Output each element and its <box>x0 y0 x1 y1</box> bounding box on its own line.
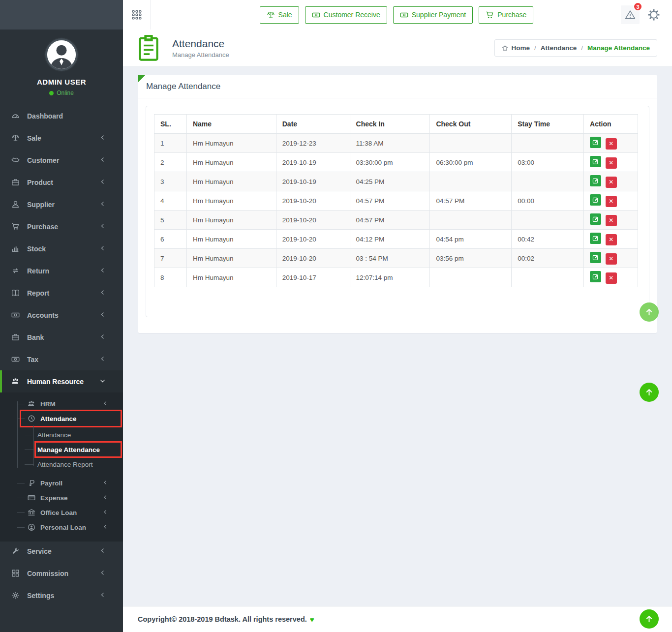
edit-button[interactable] <box>590 271 601 282</box>
bar-chart-icon <box>11 244 20 253</box>
submenu-item-expense[interactable]: Expense <box>0 490 123 505</box>
sidebar-item-sale[interactable]: Sale <box>0 127 123 149</box>
book-icon <box>11 289 20 297</box>
column-header-sl: SL. <box>154 115 187 134</box>
sidebar-toggle-button[interactable] <box>123 0 151 30</box>
breadcrumb-attendance-link[interactable]: Attendance <box>541 44 577 52</box>
breadcrumb: Home / Attendance / Manage Attendance <box>494 39 657 57</box>
chevron-left-icon <box>101 480 109 485</box>
table-row: 1 Hm Humayun 2019-12-23 11:38 AM ✕ <box>154 134 638 153</box>
delete-button[interactable]: ✕ <box>606 177 617 188</box>
chevron-left-icon <box>98 267 107 273</box>
sidebar-item-label: Human Resource <box>27 378 84 386</box>
submenu-item-manage-attendance[interactable]: Manage Attendance <box>0 442 123 457</box>
sidebar-item-product[interactable]: Product <box>0 171 123 193</box>
cell-date: 2019-10-20 <box>276 230 350 249</box>
edit-icon <box>592 235 599 241</box>
cell-stay-time: 00:00 <box>512 191 584 211</box>
submenu-item-personal-loan[interactable]: Personal Loan <box>0 520 123 535</box>
settings-button[interactable] <box>644 5 663 24</box>
submenu-item-label: Office Loan <box>40 509 77 516</box>
quick-button-label: Customer Receive <box>324 11 380 19</box>
cell-sl: 8 <box>154 268 187 287</box>
chevron-left-icon <box>98 179 107 185</box>
grid4-icon <box>11 569 20 577</box>
submenu-item-label: HRM <box>40 400 56 408</box>
sidebar-item-return[interactable]: Return <box>0 260 123 282</box>
scroll-top-button[interactable] <box>640 383 659 402</box>
sidebar-item-label: Return <box>27 267 49 275</box>
sidebar-item-commission[interactable]: Commission <box>0 562 123 584</box>
sidebar-item-tax[interactable]: Tax <box>0 348 123 370</box>
sidebar-item-label: Settings <box>27 592 54 600</box>
edit-button[interactable] <box>590 252 601 263</box>
submenu-item-payroll[interactable]: Payroll <box>0 476 123 490</box>
delete-button[interactable]: ✕ <box>606 157 617 169</box>
table-body: 1 Hm Humayun 2019-12-23 11:38 AM ✕ 2 Hm … <box>154 134 638 287</box>
cell-action: ✕ <box>584 191 638 211</box>
delete-button[interactable]: ✕ <box>606 253 617 265</box>
sidebar-item-report[interactable]: Report <box>0 282 123 304</box>
column-header-stay-time: Stay Time <box>512 115 584 134</box>
cell-check-in: 04:12 PM <box>350 230 430 249</box>
sidebar-item-service[interactable]: Service <box>0 540 123 562</box>
scroll-top-button[interactable] <box>640 302 659 322</box>
delete-button[interactable]: ✕ <box>606 215 617 226</box>
briefcase-icon <box>11 333 20 341</box>
edit-icon <box>592 254 599 261</box>
users-icon <box>11 377 20 386</box>
sidebar-item-settings[interactable]: Settings <box>0 584 123 606</box>
submenu-item-label: Payroll <box>40 480 62 487</box>
chevron-left-icon <box>98 156 107 163</box>
cell-date: 2019-10-19 <box>276 172 350 191</box>
cell-check-out: 03:56 pm <box>430 249 512 268</box>
submenu-item-office-loan[interactable]: Office Loan <box>0 505 123 520</box>
sidebar-item-label: Stock <box>27 245 46 253</box>
quick-sale-button[interactable]: Sale <box>260 6 299 24</box>
alerts-button[interactable]: 3 <box>621 5 640 24</box>
column-header-check-in: Check In <box>350 115 430 134</box>
cell-check-out <box>430 268 512 287</box>
table-card: SL.NameDateCheck InCheck OutStay TimeAct… <box>146 106 649 317</box>
sidebar-item-supplier[interactable]: Supplier <box>0 193 123 215</box>
page-title: Attendance <box>172 38 229 50</box>
delete-button[interactable]: ✕ <box>606 272 617 284</box>
edit-button[interactable] <box>590 175 601 186</box>
chevron-left-icon <box>101 400 109 406</box>
submenu-item-attendance-report[interactable]: Attendance Report <box>0 457 123 472</box>
quick-purchase-button[interactable]: Purchase <box>479 6 533 24</box>
sidebar-item-human-resource[interactable]: Human Resource <box>0 370 123 392</box>
cell-sl: 5 <box>154 211 187 230</box>
cell-date: 2019-10-20 <box>276 211 350 230</box>
sidebar-item-dashboard[interactable]: Dashboard <box>0 105 123 127</box>
delete-button[interactable]: ✕ <box>606 234 617 245</box>
edit-button[interactable] <box>590 194 601 206</box>
sidebar-item-purchase[interactable]: Purchase <box>0 215 123 238</box>
breadcrumb-home-link[interactable]: Home <box>502 44 530 52</box>
chevron-left-icon <box>98 356 107 362</box>
delete-button[interactable]: ✕ <box>606 196 617 207</box>
edit-button[interactable] <box>590 233 601 244</box>
submenu-item-hrm[interactable]: HRM <box>0 396 123 411</box>
submenu-item-attendance[interactable]: Attendance <box>0 411 123 426</box>
scroll-top-button[interactable] <box>640 609 659 629</box>
submenu-item-label: Manage Attendance <box>37 446 100 453</box>
edit-icon <box>592 216 599 222</box>
column-header-name: Name <box>186 115 276 134</box>
sidebar-item-accounts[interactable]: Accounts <box>0 304 123 326</box>
edit-button[interactable] <box>590 213 601 225</box>
sidebar-item-stock[interactable]: Stock <box>0 238 123 260</box>
edit-button[interactable] <box>590 137 601 148</box>
sidebar-item-bank[interactable]: Bank <box>0 326 123 348</box>
submenu-item-attendance[interactable]: Attendance <box>0 427 123 442</box>
cell-name: Hm Humayun <box>186 268 276 287</box>
quick-supplier-payment-button[interactable]: Supplier Payment <box>393 6 473 24</box>
clipboard-icon <box>138 34 159 62</box>
edit-button[interactable] <box>590 156 601 167</box>
quick-customer-receive-button[interactable]: Customer Receive <box>305 6 387 24</box>
cell-date: 2019-10-19 <box>276 153 350 172</box>
online-dot-icon <box>49 91 54 95</box>
delete-button[interactable]: ✕ <box>606 138 617 150</box>
sidebar-item-customer[interactable]: Customer <box>0 149 123 171</box>
sidebar-item-label: Purchase <box>27 223 58 231</box>
